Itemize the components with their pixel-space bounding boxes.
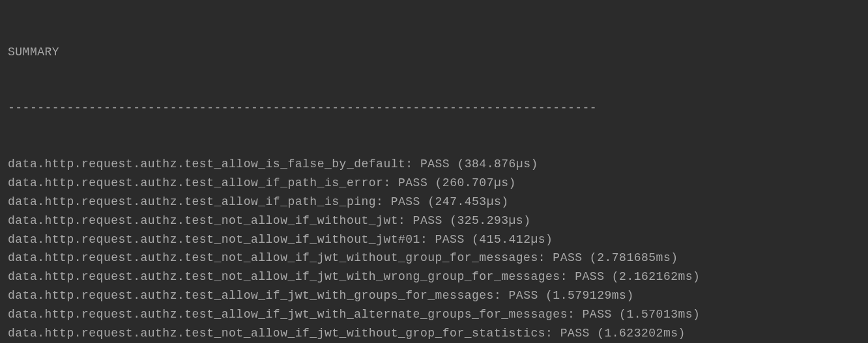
test-result-line: data.http.request.authz.test_allow_if_pa… [8,174,860,193]
test-status: PASS [420,158,450,171]
test-name: data.http.request.authz.test_allow_is_fa… [8,158,405,171]
test-duration: 384.876µs [465,158,531,171]
test-status: PASS [398,176,427,189]
divider-top: ----------------------------------------… [8,99,860,118]
test-result-line: data.http.request.authz.test_not_allow_i… [8,324,860,343]
test-duration: 1.57013ms [626,308,693,321]
test-name: data.http.request.authz.test_not_allow_i… [8,327,545,340]
test-results-list: data.http.request.authz.test_allow_is_fa… [8,155,860,343]
test-status: PASS [435,233,465,246]
test-name: data.http.request.authz.test_not_allow_i… [8,270,560,283]
test-name: data.http.request.authz.test_allow_if_jw… [8,289,494,302]
test-result-line: data.http.request.authz.test_allow_if_jw… [8,286,860,305]
test-duration: 2.162162ms [619,270,693,283]
test-duration: 2.781685ms [597,251,671,264]
test-result-line: data.http.request.authz.test_allow_is_fa… [8,155,860,174]
test-name: data.http.request.authz.test_allow_if_pa… [8,176,383,189]
test-result-line: data.http.request.authz.test_allow_if_jw… [8,305,860,324]
test-result-line: data.http.request.authz.test_not_allow_i… [8,212,860,230]
test-result-line: data.http.request.authz.test_not_allow_i… [8,230,860,249]
terminal-output: SUMMARY --------------------------------… [8,5,860,343]
test-duration: 415.412µs [479,233,545,246]
test-duration: 1.579129ms [553,289,626,302]
test-name: data.http.request.authz.test_not_allow_i… [8,233,420,246]
test-status: PASS [583,308,612,321]
test-duration: 260.707µs [442,176,509,189]
test-status: PASS [413,214,442,227]
test-result-line: data.http.request.authz.test_not_allow_i… [8,249,860,268]
test-name: data.http.request.authz.test_allow_if_pa… [8,195,376,208]
test-status: PASS [575,270,604,283]
test-duration: 1.623202ms [604,327,678,340]
test-name: data.http.request.authz.test_allow_if_jw… [8,308,568,321]
test-status: PASS [391,195,420,208]
test-status: PASS [553,251,582,264]
test-status: PASS [560,327,590,340]
test-duration: 247.453µs [435,195,502,208]
test-result-line: data.http.request.authz.test_not_allow_i… [8,268,860,286]
test-name: data.http.request.authz.test_not_allow_i… [8,214,398,227]
test-duration: 325.293µs [457,214,523,227]
test-name: data.http.request.authz.test_not_allow_i… [8,251,538,264]
test-status: PASS [509,289,538,302]
test-result-line: data.http.request.authz.test_allow_if_pa… [8,193,860,212]
summary-header: SUMMARY [8,43,860,62]
